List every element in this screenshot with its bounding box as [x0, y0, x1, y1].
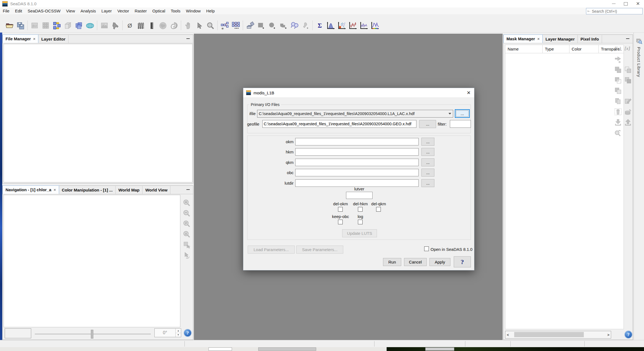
mask-subtract-icon[interactable]: [623, 65, 633, 75]
menu-vector[interactable]: Vector: [115, 7, 132, 14]
tab-layer-manager[interactable]: Layer Manager: [543, 35, 578, 43]
draw-ellipse-icon[interactable]: [267, 20, 278, 31]
panel-minimize-button[interactable]: [186, 36, 190, 41]
lutdir-browse-button[interactable]: ...: [421, 179, 434, 187]
tab-color-manipulation[interactable]: Color Manipulation - [1] ...: [59, 186, 116, 194]
dialog-help-button[interactable]: ?: [454, 256, 471, 267]
save-session-icon[interactable]: [15, 20, 26, 31]
close-button[interactable]: ✕: [632, 0, 644, 7]
search-box[interactable]: [586, 8, 643, 14]
del-hkm-checkbox[interactable]: [358, 207, 363, 212]
menu-edit[interactable]: Edit: [12, 7, 25, 14]
okm-input[interactable]: [295, 138, 419, 145]
tab-world-view[interactable]: World View: [142, 186, 170, 194]
band-maths-icon[interactable]: f(x): [29, 20, 40, 31]
range-mask-icon[interactable]: [x]: [624, 46, 630, 51]
zoom-all-icon[interactable]: A: [181, 229, 192, 240]
spin-up-icon[interactable]: ▲: [176, 329, 181, 333]
mask-difference-icon[interactable]: [613, 86, 623, 95]
panel-minimize-button[interactable]: [186, 187, 190, 192]
pin-manager-icon[interactable]: [289, 20, 300, 31]
edit-mask-icon[interactable]: [623, 97, 633, 106]
okm-browse-button[interactable]: ...: [421, 138, 434, 146]
overview-thumbnail[interactable]: [5, 328, 31, 338]
mask-table-body[interactable]: [505, 53, 624, 329]
open-in-seadas-checkbox[interactable]: [424, 246, 429, 251]
load-parameters-button[interactable]: Load Parameters...: [248, 246, 295, 254]
dialog-close-button[interactable]: ✕: [463, 88, 474, 97]
horizontal-scrollbar[interactable]: < >: [505, 331, 611, 339]
statistics-icon[interactable]: Σ: [314, 20, 325, 31]
sync-views-icon[interactable]: [181, 240, 192, 250]
no-data-overlay-icon[interactable]: Ø: [124, 20, 135, 31]
tab-navigation[interactable]: Navigation - [1] chlor_a ×: [2, 185, 59, 194]
world-globe-icon[interactable]: [85, 20, 96, 31]
sync-cursors-icon[interactable]: [181, 250, 192, 260]
menu-layer[interactable]: Layer: [99, 7, 115, 14]
zoom-out-icon[interactable]: [181, 208, 192, 219]
mask-union-icon[interactable]: [613, 65, 623, 75]
panel-minimize-button[interactable]: [625, 36, 630, 41]
tab-mask-manager[interactable]: Mask Manager ×: [503, 34, 543, 43]
zoom-tool-icon[interactable]: [205, 20, 216, 31]
apply-button[interactable]: Apply: [429, 258, 450, 266]
graph-builder-icon[interactable]: ✳: [219, 20, 230, 31]
qkm-input[interactable]: [295, 159, 419, 166]
hkm-browse-button[interactable]: ...: [421, 148, 434, 156]
draw-polygon-icon[interactable]: [278, 20, 289, 31]
maximize-button[interactable]: [620, 0, 632, 7]
geofile-browse-button[interactable]: ...: [419, 120, 436, 128]
ruler-icon[interactable]: [146, 20, 157, 31]
menu-window[interactable]: Window: [183, 7, 203, 14]
ifile-browse-button[interactable]: ...: [455, 109, 470, 118]
tab-layer-editor[interactable]: Layer Editor: [38, 35, 68, 43]
contour-overlay-icon[interactable]: [168, 20, 180, 31]
histogram-icon[interactable]: [325, 20, 336, 31]
globe-view-icon[interactable]: [157, 20, 168, 31]
menu-tools[interactable]: Tools: [168, 7, 183, 14]
band-tiles-icon[interactable]: [40, 20, 51, 31]
zoom-in-icon[interactable]: [181, 198, 192, 208]
rotation-spinner[interactable]: 0° ▲ ▼: [154, 328, 181, 337]
save-parameters-button[interactable]: Save Parameters...: [296, 246, 343, 254]
band-math-mask-icon[interactable]: f(x): [614, 46, 621, 51]
graticule-icon[interactable]: [135, 20, 146, 31]
batch-processing-icon[interactable]: [230, 20, 241, 31]
subset-icon[interactable]: [62, 20, 73, 31]
run-button[interactable]: Run: [383, 258, 401, 266]
obc-browse-button[interactable]: ...: [421, 169, 434, 177]
new-mask-icon[interactable]: [613, 55, 623, 64]
copy-mask-icon[interactable]: [613, 97, 623, 106]
tab-close-icon[interactable]: ×: [537, 36, 540, 41]
scroll-right-icon[interactable]: >: [606, 333, 611, 337]
lutver-input[interactable]: [346, 192, 373, 199]
obc-input[interactable]: [295, 169, 419, 176]
column-header-name[interactable]: Name: [505, 45, 543, 53]
draw-rectangle-icon[interactable]: [256, 20, 267, 31]
navigation-help-button[interactable]: ?: [184, 329, 192, 337]
spin-down-icon[interactable]: ▼: [176, 333, 181, 337]
open-product-icon[interactable]: [4, 20, 15, 31]
minimize-button[interactable]: [608, 0, 620, 7]
spectrum-view-icon[interactable]: [369, 20, 381, 31]
mask-intersect-icon[interactable]: [613, 76, 623, 85]
dialog-titlebar[interactable]: modis_L1B ✕: [243, 88, 474, 98]
profile-plot-icon[interactable]: [347, 20, 358, 31]
gcp-manager-icon[interactable]: [300, 20, 311, 31]
delete-mask-icon[interactable]: [613, 107, 623, 116]
scrollbar-thumb[interactable]: [514, 332, 584, 337]
spectrum-plot-icon[interactable]: [358, 20, 369, 31]
select-tool-icon[interactable]: [194, 20, 205, 31]
pan-tool-icon[interactable]: [183, 20, 194, 31]
product-library-tab[interactable]: Product Library: [637, 47, 641, 77]
transfer-masks-icon[interactable]: [623, 107, 633, 116]
menu-view[interactable]: View: [63, 7, 78, 14]
scatter-plot-icon[interactable]: [336, 20, 347, 31]
mask-invert-icon[interactable]: [623, 76, 633, 85]
export-view-icon[interactable]: [245, 20, 256, 31]
menu-analysis[interactable]: Analysis: [78, 7, 99, 14]
image-view-icon[interactable]: [99, 20, 110, 31]
tab-close-icon[interactable]: ×: [33, 36, 36, 41]
del-qkm-checkbox[interactable]: [376, 207, 381, 212]
update-luts-button[interactable]: Update LUTS: [342, 229, 377, 237]
